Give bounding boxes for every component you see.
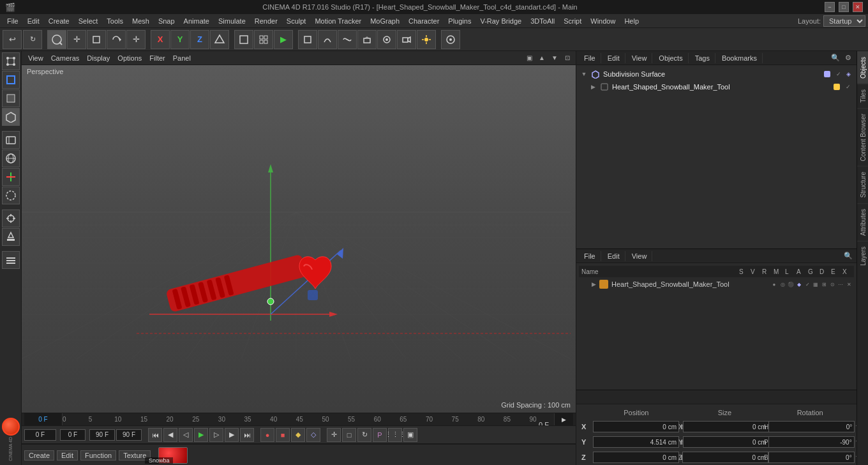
viewport-3d[interactable]: Perspective Grid Spacing : 100 cm (22, 65, 576, 413)
coord-rot-p[interactable] (768, 436, 855, 448)
prev-keyframe-button[interactable]: ◁ (179, 428, 193, 442)
y-axis-button[interactable]: Y (170, 30, 190, 49)
objects-edit-tab[interactable]: Edit (602, 53, 625, 63)
viewport-2x2[interactable] (254, 30, 273, 49)
live-selection-button[interactable] (47, 30, 66, 49)
redo-button[interactable]: ↻ (23, 30, 42, 49)
vp-up-icon[interactable]: ▲ (536, 52, 548, 64)
objects-settings-icon[interactable]: ⚙ (842, 52, 854, 64)
objects-view-tab[interactable]: View (627, 53, 653, 63)
maximize-button[interactable]: □ (839, 2, 849, 12)
vp-down-icon[interactable]: ▼ (549, 52, 560, 64)
stop-button[interactable]: ■ (276, 428, 290, 442)
vp-menu-cameras[interactable]: Cameras (47, 53, 84, 63)
menu-plugins[interactable]: Plugins (444, 16, 475, 26)
object-mode[interactable] (2, 108, 20, 126)
keyframe-sel[interactable]: □ (342, 428, 356, 442)
timeline-toggle[interactable]: ▣ (403, 428, 417, 442)
heart-expand[interactable]: ▶ (589, 83, 597, 91)
menu-character[interactable]: Character (404, 16, 444, 26)
vp-menu-view[interactable]: View (24, 53, 47, 63)
z-axis-button[interactable]: Z (190, 30, 209, 49)
menu-edit[interactable]: Edit (23, 16, 44, 26)
menu-mograph[interactable]: MoGraph (366, 16, 404, 26)
coord-pos-y[interactable] (593, 436, 679, 448)
far-tab-content-browser[interactable]: Content Browser (857, 108, 868, 166)
menu-render[interactable]: Render (250, 16, 282, 26)
vp-render-icon[interactable]: ▣ (523, 52, 535, 64)
spline-object[interactable] (318, 30, 337, 49)
attr-view-tab[interactable]: View (627, 251, 653, 261)
menu-mesh[interactable]: Mesh (128, 16, 154, 26)
vp-menu-options[interactable]: Options (114, 53, 146, 63)
polygons-mode[interactable] (2, 89, 20, 107)
transform-button[interactable]: ✛ (126, 30, 146, 49)
objects-bookmarks-tab[interactable]: Bookmarks (717, 53, 763, 63)
deformer-object[interactable] (357, 30, 377, 49)
viewport-single[interactable] (234, 30, 253, 49)
render-settings[interactable] (441, 30, 460, 49)
mat-function[interactable]: Function (80, 450, 116, 461)
menu-tools[interactable]: Tools (102, 16, 128, 26)
attr-row-heart[interactable]: ▶ Heart_Shaped_Snowball_Maker_Tool ● ◎ ⚫… (579, 278, 854, 290)
vp-menu-filter[interactable]: Filter (146, 53, 168, 63)
coord-size-x[interactable] (683, 421, 769, 432)
points-mode[interactable] (2, 52, 20, 70)
camera-object[interactable] (397, 30, 416, 49)
start-frame-input[interactable] (60, 429, 86, 441)
end-frame-input[interactable] (89, 429, 115, 441)
coord-rot-b[interactable] (768, 452, 855, 463)
play-button[interactable]: ▶ (194, 428, 208, 442)
far-tab-structure[interactable]: Structure (857, 166, 868, 203)
rotate-tool-button[interactable] (107, 30, 126, 49)
menu-window[interactable]: Window (586, 16, 620, 26)
minimize-button[interactable]: − (825, 2, 835, 12)
objects-tags-tab[interactable]: Tags (690, 53, 715, 63)
dope-sheet[interactable]: ⋮⋮⋮ (388, 428, 402, 442)
edges-mode[interactable] (2, 71, 20, 89)
menu-script[interactable]: Script (559, 16, 586, 26)
menu-sculpt[interactable]: Sculpt (282, 16, 311, 26)
close-button[interactable]: ✕ (853, 2, 863, 12)
far-tab-objects[interactable]: Objects (857, 51, 868, 84)
attr-file-tab[interactable]: File (579, 251, 601, 261)
next-keyframe-button[interactable]: ▷ (209, 428, 223, 442)
x-axis-button[interactable]: X (151, 30, 170, 49)
nurbs-object[interactable] (338, 30, 357, 49)
menu-snap[interactable]: Snap (154, 16, 179, 26)
menu-animate[interactable]: Animate (179, 16, 214, 26)
current-frame-input[interactable] (24, 429, 56, 441)
go-to-end-button[interactable]: ⏭ (240, 428, 254, 442)
objects-search-icon[interactable]: 🔍 (830, 52, 841, 64)
vp-expand-icon[interactable]: ⊡ (562, 52, 573, 64)
preview-end-input[interactable] (116, 429, 142, 441)
motion-clip-button[interactable]: ◇ (306, 428, 320, 442)
move-tool-button[interactable]: ✛ (67, 30, 86, 49)
menu-file[interactable]: File (3, 16, 23, 26)
objects-row-subdivision[interactable]: ▼ Subdivision Surface ✓ ◈ (579, 68, 854, 80)
objects-objects-tab[interactable]: Objects (654, 53, 688, 63)
vp-menu-panel[interactable]: Panel (169, 53, 195, 63)
coord-pos-z[interactable] (593, 452, 679, 463)
use-texture[interactable] (2, 149, 20, 167)
scene-object[interactable] (377, 30, 396, 49)
attr-edit-tab[interactable]: Edit (602, 251, 625, 261)
record-button[interactable]: ● (260, 428, 274, 442)
menu-simulate[interactable]: Simulate (214, 16, 250, 26)
key-button[interactable]: ◆ (291, 428, 305, 442)
next-frame-button[interactable]: ▶ (225, 428, 239, 442)
soft-selection[interactable] (2, 187, 20, 204)
coord-size-z[interactable] (682, 452, 768, 463)
go-to-start-button[interactable]: ⏮ (148, 428, 162, 442)
floor-snap[interactable] (2, 228, 20, 246)
coord-system-button[interactable] (210, 30, 229, 49)
light-object[interactable] (417, 30, 436, 49)
undo-button[interactable]: ↩ (3, 30, 22, 49)
viewport-play[interactable]: ▶ (274, 30, 293, 49)
layer-manager[interactable] (2, 251, 20, 269)
scale-tool-button[interactable] (87, 30, 106, 49)
vp-menu-display[interactable]: Display (83, 53, 114, 63)
far-tab-attributes[interactable]: Attributes (857, 203, 868, 241)
use-model[interactable] (2, 131, 20, 149)
objects-row-heart[interactable]: ▶ Heart_Shaped_Snowball_Maker_Tool ✓ (579, 80, 854, 93)
